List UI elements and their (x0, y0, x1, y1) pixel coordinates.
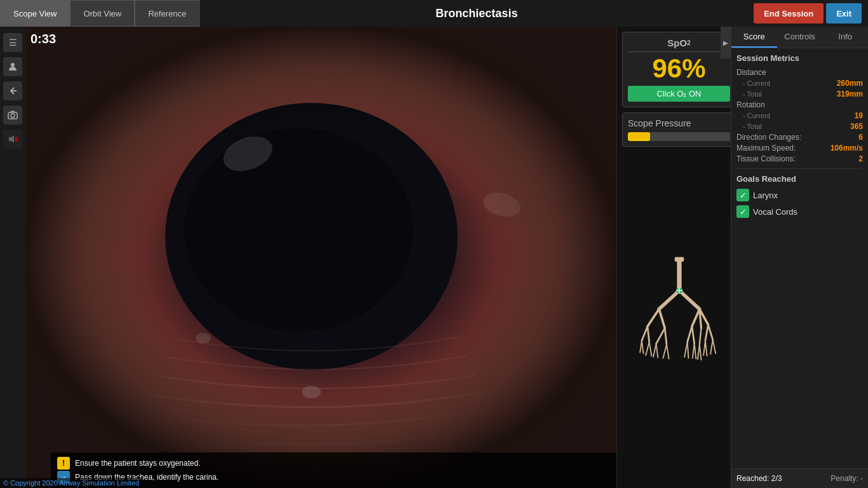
svg-line-29 (653, 343, 656, 356)
svg-line-21 (641, 326, 647, 341)
svg-line-23 (656, 328, 665, 344)
svg-line-31 (663, 344, 666, 358)
svg-line-41 (712, 339, 715, 353)
tab-controls[interactable]: Controls (777, 27, 823, 48)
mute-icon[interactable] (3, 130, 22, 149)
svg-line-26 (641, 341, 643, 353)
max-speed-label: Maximum Speed: (736, 144, 796, 152)
svg-line-39 (692, 326, 695, 342)
goal-vocal-cords-check: ✓ (736, 205, 749, 218)
svg-line-17 (659, 290, 679, 309)
footer-penalty: Penalty: - (831, 474, 863, 483)
scope-pressure-bar (628, 132, 730, 141)
svg-line-37 (705, 324, 708, 340)
distance-current-label: - Current (736, 79, 770, 87)
camera-icon[interactable] (3, 105, 22, 125)
copyright-highlight: Limited (117, 479, 139, 487)
instruction-1: ! Ensure the patient stays oxygenated. (57, 457, 616, 470)
svg-marker-4 (9, 135, 14, 143)
topbar: Scope View Orbit View Reference Bronchie… (0, 0, 868, 27)
svg-line-20 (659, 309, 665, 328)
rotation-total-label: - Total (736, 123, 762, 130)
svg-line-24 (665, 328, 667, 344)
end-session-button[interactable]: End Session (754, 3, 824, 24)
right-content: Session Metrics Distance - Current 260mm… (731, 48, 868, 468)
svg-line-45 (684, 342, 688, 357)
svg-line-36 (708, 324, 712, 339)
instruction-1-text: Ensure the patient stays oxygenated. (75, 459, 200, 468)
rotation-label: Rotation (736, 100, 765, 109)
svg-line-46 (687, 342, 688, 358)
tab-reference[interactable]: Reference (135, 0, 200, 27)
exit-button[interactable]: Exit (826, 3, 862, 24)
svg-line-34 (692, 309, 700, 326)
svg-line-19 (648, 309, 659, 326)
svg-line-40 (699, 328, 701, 344)
session-metrics-title: Session Metrics (736, 53, 863, 63)
svg-line-18 (679, 290, 700, 309)
rotation-total-value: 365 (850, 122, 863, 131)
rotation-current-value: 19 (855, 111, 863, 120)
collapse-panel-button[interactable]: ▶ (721, 27, 731, 58)
tab-scope-view[interactable]: Scope View (0, 0, 70, 27)
middle-area: SpO2 96% Click O₂ ON Scope Pressure (616, 27, 741, 488)
goal-larynx-label: Larynx (753, 191, 778, 200)
user-icon[interactable] (3, 57, 22, 76)
rotation-total-row: - Total 365 (736, 122, 863, 131)
distance-total-row: - Total 319mm (736, 90, 863, 98)
tissue-collisions-value: 2 (858, 154, 863, 163)
tab-orbit-view[interactable]: Orbit View (70, 0, 135, 27)
timer: 0:33 (31, 32, 56, 46)
tissue-collisions-label: Tissue Collisions: (736, 154, 796, 163)
goal-larynx-check: ✓ (736, 189, 749, 201)
goals-title: Goals Reached (736, 174, 863, 184)
distance-total-label: - Total (736, 90, 762, 98)
tissue-collisions-row: Tissue Collisions: 2 (736, 154, 863, 163)
spo2-value: 96% (628, 55, 730, 82)
direction-changes-row: Direction Changes: 6 (736, 133, 863, 142)
svg-rect-14 (25, 27, 616, 488)
tissue-svg (25, 27, 616, 488)
o2-button[interactable]: Click O₂ ON (628, 86, 730, 102)
scope-pressure-label: Scope Pressure (628, 118, 730, 128)
right-tabs: Score Controls Info (731, 27, 868, 48)
menu-icon[interactable]: ☰ (3, 33, 22, 52)
svg-line-22 (648, 326, 649, 342)
scope-pressure-widget: Scope Pressure (622, 112, 736, 147)
anatomy-model (622, 152, 736, 483)
right-panel: Score Controls Info Session Metrics Dist… (731, 27, 868, 488)
right-footer: Reached: 2/3 Penalty: - (731, 468, 868, 488)
direction-changes-value: 6 (858, 133, 863, 142)
metrics-divider (736, 168, 863, 169)
svg-rect-51 (674, 257, 684, 261)
rotation-current-row: - Current 19 (736, 111, 863, 120)
svg-line-28 (649, 342, 651, 356)
distance-current-row: - Current 260mm (736, 79, 863, 88)
footer-reached: Reached: 2/3 (736, 474, 782, 483)
svg-point-3 (11, 114, 15, 118)
svg-line-30 (656, 343, 658, 357)
direction-changes-label: Direction Changes: (736, 133, 801, 142)
rotation-label-row: Rotation (736, 100, 863, 109)
distance-label-row: Distance (736, 68, 863, 77)
max-speed-row: Maximum Speed: 106mm/s (736, 144, 863, 152)
warning-icon: ! (57, 457, 70, 470)
spo2-widget: SpO2 96% Click O₂ ON (622, 32, 736, 107)
left-sidebar: ☰ (0, 27, 25, 488)
copyright: © Copyright 2020 Airway Simulation Limit… (0, 478, 142, 488)
svg-line-38 (687, 326, 691, 342)
svg-line-42 (710, 339, 713, 354)
svg-line-27 (646, 342, 649, 355)
max-speed-value: 106mm/s (831, 144, 863, 152)
svg-line-32 (667, 344, 669, 358)
distance-label: Distance (736, 68, 766, 77)
back-icon[interactable] (3, 81, 22, 100)
tab-score[interactable]: Score (731, 27, 777, 48)
goal-vocal-cords: ✓ Vocal Cords (736, 205, 863, 218)
scope-pressure-fill (628, 132, 650, 141)
goal-larynx: ✓ Larynx (736, 189, 863, 201)
main-viewport: ! Ensure the patient stays oxygenated. →… (25, 27, 616, 488)
tab-info[interactable]: Info (822, 27, 868, 48)
svg-line-44 (705, 341, 707, 356)
endoscope-view: ! Ensure the patient stays oxygenated. →… (25, 27, 616, 488)
